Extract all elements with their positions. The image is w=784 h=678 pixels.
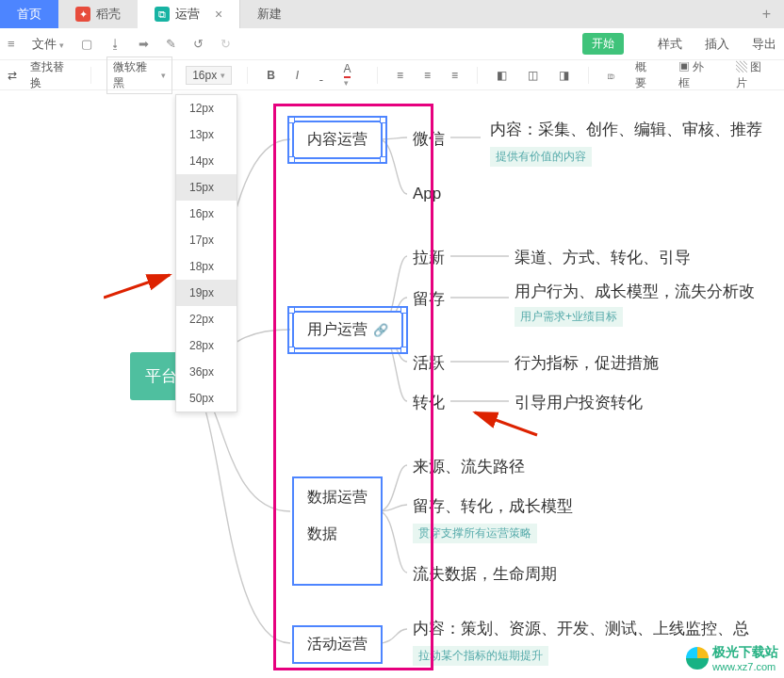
size-option-14px[interactable]: 14px (176, 148, 237, 174)
font-select[interactable]: 微软雅黑▾ (106, 56, 173, 94)
size-option-19px[interactable]: 19px (176, 280, 237, 306)
bold-button[interactable]: B (263, 69, 279, 82)
child-zhuanhua[interactable]: 转化 (413, 392, 445, 413)
frame-button[interactable]: ▣ 外框 (675, 59, 719, 91)
italic-button[interactable]: I (292, 69, 302, 82)
child-weixin-desc[interactable]: 内容：采集、创作、编辑、审核、推荐 (490, 119, 762, 140)
size-option-50px[interactable]: 50px (176, 385, 237, 412)
tab-bar: 首页 ✦ 稻壳 ⧉ 运营 × 新建 + (0, 0, 784, 28)
menu-start[interactable]: 开始 (582, 33, 624, 55)
tag-content-value: 提供有价值的内容 (490, 147, 592, 167)
size-option-28px[interactable]: 28px (176, 332, 237, 359)
child-model[interactable]: 留存、转化，成长模型 (413, 495, 573, 517)
child-liucun[interactable]: 留存 (413, 288, 445, 310)
size-option-12px[interactable]: 12px (176, 95, 237, 121)
menu-file[interactable]: 文件 ▾ (32, 36, 65, 53)
layout1-button[interactable]: ◧ (493, 69, 511, 82)
child-huoyue-desc[interactable]: 行为指标，促进措施 (514, 352, 659, 374)
watermark-logo-icon (686, 647, 709, 670)
size-option-36px[interactable]: 36px (176, 359, 237, 385)
size-option-17px[interactable]: 17px (176, 227, 237, 253)
layout2-button[interactable]: ◫ (524, 69, 542, 82)
child-liucun-desc[interactable]: 用户行为、成长模型，流失分析改 (514, 281, 755, 302)
export-icon[interactable]: ➡ (139, 37, 149, 51)
size-option-16px[interactable]: 16px (176, 201, 237, 227)
child-activity-desc[interactable]: 内容：策划、资源、开发、测试、上线监控、总 (413, 618, 749, 639)
font-color-button[interactable]: A ▾ (340, 62, 363, 89)
font-size-dropdown[interactable]: 12px13px14px15px16px17px18px19px22px28px… (175, 94, 237, 412)
link-icon: 🔗 (373, 323, 388, 337)
menu-style[interactable]: 样式 (658, 36, 682, 53)
child-laxin-desc[interactable]: 渠道、方式、转化、引导 (514, 247, 691, 268)
add-tab-button[interactable]: + (749, 6, 784, 23)
find-replace-button[interactable]: 查找替换 (30, 59, 75, 91)
child-loss[interactable]: 流失数据，生命周期 (413, 563, 557, 585)
mindmap-canvas[interactable]: 平台 内容运营 微信 内容：采集、创作、编辑、审核、推荐 提供有价值的内容 Ap… (0, 92, 784, 678)
align-center-button[interactable]: ≡ (420, 69, 434, 82)
tag-activity: 拉动某个指标的短期提升 (413, 646, 548, 666)
node-activity-ops[interactable]: 活动运营 (292, 625, 383, 664)
watermark: 极光下载站 www.xz7.com (686, 644, 778, 672)
size-option-18px[interactable]: 18px (176, 253, 237, 280)
new-doc-icon[interactable]: ▢ (81, 37, 92, 51)
find-replace-icon[interactable]: ⇄ (8, 69, 17, 82)
menu-hamburger-icon[interactable]: ≡ (8, 37, 15, 51)
close-icon[interactable]: × (215, 7, 222, 22)
struct-icon[interactable]: ⎄ (604, 69, 618, 82)
size-option-22px[interactable]: 22px (176, 306, 237, 332)
menu-export[interactable]: 导出 (752, 36, 776, 53)
size-option-15px[interactable]: 15px (176, 174, 237, 201)
menu-insert[interactable]: 插入 (705, 36, 729, 53)
tab-home[interactable]: 首页 (0, 0, 58, 28)
child-huoyue[interactable]: 活跃 (413, 352, 445, 374)
child-weixin[interactable]: 微信 (413, 128, 445, 150)
node-content-ops[interactable]: 内容运营 (292, 121, 383, 159)
size-option-13px[interactable]: 13px (176, 121, 237, 148)
undo-icon[interactable]: ↺ (193, 37, 204, 51)
svg-line-0 (104, 275, 170, 298)
brush-icon[interactable]: ✎ (166, 37, 176, 51)
child-laxin[interactable]: 拉新 (413, 247, 445, 268)
tab-active[interactable]: ⧉ 运营 × (138, 0, 239, 28)
svg-line-1 (475, 412, 537, 435)
tab-docer[interactable]: ✦ 稻壳 (58, 0, 138, 28)
child-source[interactable]: 来源、流失路径 (413, 456, 525, 477)
tab-new[interactable]: 新建 (239, 0, 299, 28)
tab-add-area: + (299, 0, 784, 28)
align-left-button[interactable]: ≡ (393, 69, 407, 82)
align-right-button[interactable]: ≡ (448, 69, 462, 82)
font-size-select[interactable]: 16px▾ (186, 66, 232, 85)
child-zhuanhua-desc[interactable]: 引导用户投资转化 (514, 392, 643, 413)
underline-button[interactable] (316, 69, 326, 82)
redo-icon[interactable]: ↻ (220, 37, 231, 51)
node-data-ops[interactable]: 数据运营 数据 (292, 476, 383, 586)
docer-icon: ✦ (75, 7, 90, 22)
layout3-button[interactable]: ◨ (555, 69, 573, 82)
download-icon[interactable]: ⭳ (109, 37, 122, 51)
node-user-ops[interactable]: 用户运营🔗 (292, 311, 403, 349)
toolbar: ⇄ 查找替换 微软雅黑▾ 16px▾ B I A ▾ ≡ ≡ ≡ ◧ ◫ ◨ ⎄… (0, 60, 784, 90)
child-app[interactable]: App (413, 185, 441, 203)
image-button[interactable]: ▧ 图片 (732, 59, 776, 91)
outline-button[interactable]: 概要 (631, 59, 662, 91)
mindmap-icon: ⧉ (155, 7, 170, 22)
tag-data-strategy: 贯穿支撑所有运营策略 (413, 524, 537, 543)
tag-user-goal: 用户需求+业绩目标 (514, 307, 623, 327)
